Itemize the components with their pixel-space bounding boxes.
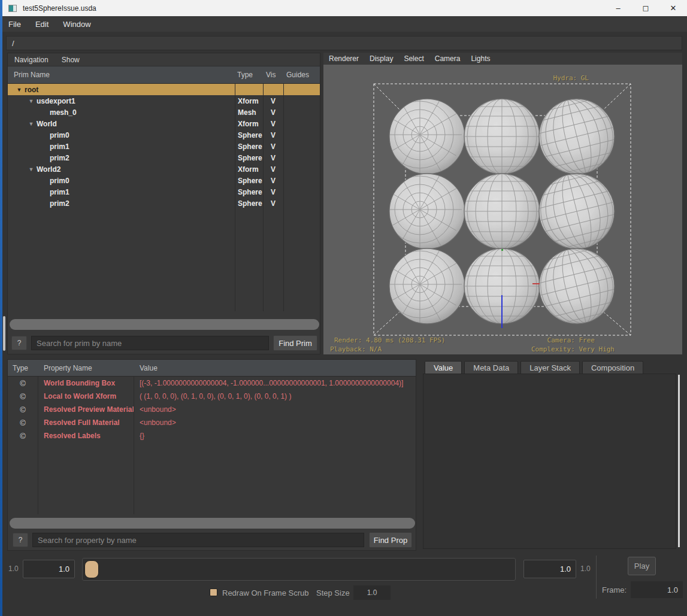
property-body: © World Bounding Box [(-3, -1.0000000000… bbox=[8, 377, 416, 442]
step-size-input[interactable] bbox=[353, 585, 391, 600]
tree-row-world[interactable]: ▼World Xform V bbox=[8, 118, 320, 129]
play-button[interactable]: Play bbox=[628, 557, 656, 575]
tab-value[interactable]: Value bbox=[425, 361, 462, 374]
expander-icon[interactable]: ▼ bbox=[26, 166, 37, 172]
prim-name: prim0 bbox=[50, 177, 69, 185]
minimize-button[interactable]: – bbox=[604, 0, 632, 16]
menu-navigation[interactable]: Navigation bbox=[8, 56, 55, 64]
frame-input[interactable] bbox=[631, 581, 683, 598]
frame-slider-handle[interactable] bbox=[84, 560, 99, 578]
column-separator bbox=[283, 84, 284, 311]
prim-vis[interactable]: V bbox=[263, 199, 283, 208]
prim-name: root bbox=[25, 86, 38, 94]
value-panel: Value Meta Data Layer Stack Composition bbox=[421, 359, 682, 551]
vertical-scrollbar-handle[interactable] bbox=[3, 316, 5, 351]
prim-name: World bbox=[37, 120, 57, 128]
col-guides[interactable]: Guides bbox=[283, 71, 309, 79]
property-row-resolved-labels[interactable]: © Resolved Labels {} bbox=[8, 429, 416, 442]
col-type[interactable]: Type bbox=[235, 71, 263, 79]
computed-attr-icon: © bbox=[8, 432, 38, 441]
expander-icon[interactable]: ▼ bbox=[14, 87, 25, 93]
prim-vis[interactable]: V bbox=[263, 188, 283, 196]
prim-name: usdexport1 bbox=[37, 97, 75, 105]
menu-camera[interactable]: Camera bbox=[429, 54, 466, 63]
col-prim-name[interactable]: Prim Name bbox=[8, 71, 235, 79]
menu-show[interactable]: Show bbox=[55, 56, 86, 64]
menu-edit[interactable]: Edit bbox=[28, 20, 56, 29]
help-button[interactable]: ? bbox=[13, 533, 28, 547]
tree-row-prim0[interactable]: prim0 Sphere V bbox=[8, 129, 320, 141]
expander-icon[interactable]: ▼ bbox=[26, 98, 37, 104]
tree-row-world2[interactable]: ▼World2 Xform V bbox=[8, 163, 320, 175]
prim-vis[interactable]: V bbox=[263, 165, 283, 174]
help-button[interactable]: ? bbox=[11, 336, 27, 350]
viewport-3d[interactable]: Hydra: GL Render: 4.80 ms (208.31 FPS) P… bbox=[323, 65, 682, 354]
expander-icon[interactable]: ▼ bbox=[26, 121, 37, 127]
find-prim-button[interactable]: Find Prim bbox=[273, 335, 317, 351]
prim-tree-panel: Navigation Show Prim Name Type Vis Guide… bbox=[7, 53, 320, 354]
tab-composition[interactable]: Composition bbox=[582, 361, 643, 374]
find-prop-button[interactable]: Find Prop bbox=[369, 532, 412, 548]
col-type[interactable]: Type bbox=[8, 364, 38, 372]
window-edge bbox=[0, 0, 2, 616]
app-icon bbox=[8, 5, 17, 12]
range-end-input[interactable] bbox=[523, 560, 576, 578]
tree-row-prim2[interactable]: prim2 Sphere V bbox=[8, 198, 320, 209]
menu-file[interactable]: File bbox=[0, 20, 28, 29]
prim-vis[interactable]: V bbox=[263, 142, 283, 151]
col-value[interactable]: Value bbox=[134, 364, 158, 372]
tree-row-root[interactable]: ▼root bbox=[8, 84, 320, 95]
prim-vis[interactable]: V bbox=[263, 97, 283, 105]
prim-path-bar[interactable]: / bbox=[6, 36, 682, 50]
value-tabs: Value Meta Data Layer Stack Composition bbox=[425, 361, 643, 374]
property-row-resolved-preview-material[interactable]: © Resolved Preview Material <unbound> bbox=[8, 403, 416, 416]
col-property-name[interactable]: Property Name bbox=[38, 364, 134, 372]
scrollbar-thumb[interactable] bbox=[10, 518, 415, 529]
tree-row-prim1[interactable]: prim1 Sphere V bbox=[8, 186, 320, 198]
redraw-checkbox[interactable] bbox=[210, 588, 217, 596]
prim-vis[interactable]: V bbox=[263, 177, 283, 185]
tree-row-mesh_0[interactable]: mesh_0 Mesh V bbox=[8, 107, 320, 118]
range-start-input[interactable] bbox=[23, 560, 75, 578]
vertical-scrollbar[interactable] bbox=[678, 375, 680, 547]
tree-header: Prim Name Type Vis Guides bbox=[8, 66, 320, 84]
prim-type: Sphere bbox=[235, 131, 263, 139]
prim-vis[interactable]: V bbox=[263, 131, 283, 139]
tree-row-prim0[interactable]: prim0 Sphere V bbox=[8, 175, 320, 186]
horizontal-scrollbar[interactable] bbox=[9, 318, 320, 330]
computed-attr-icon: © bbox=[8, 418, 38, 427]
horizontal-scrollbar[interactable] bbox=[9, 517, 416, 529]
tree-row-usdexport1[interactable]: ▼usdexport1 Xform V bbox=[8, 95, 320, 107]
tree-row-prim2[interactable]: prim2 Sphere V bbox=[8, 152, 320, 163]
frame-slider[interactable] bbox=[82, 558, 516, 581]
prim-vis[interactable]: V bbox=[263, 108, 283, 117]
property-row-local-to-world-xform[interactable]: © Local to World Xform ( (1, 0, 0, 0), (… bbox=[8, 390, 416, 403]
property-row-world-bounding-box[interactable]: © World Bounding Box [(-3, -1.0000000000… bbox=[8, 377, 416, 390]
timeline-bar: 1.0 1.0 Play Redraw On Frame Scrub Step … bbox=[0, 554, 687, 616]
value-content bbox=[423, 374, 676, 549]
prim-type: Xform bbox=[235, 165, 263, 174]
property-row-resolved-full-material[interactable]: © Resolved Full Material <unbound> bbox=[8, 416, 416, 429]
tree-row-prim1[interactable]: prim1 Sphere V bbox=[8, 141, 320, 152]
close-button[interactable]: ✕ bbox=[659, 0, 687, 16]
prim-search-input[interactable] bbox=[31, 336, 269, 350]
maximize-button[interactable]: ◻ bbox=[632, 0, 659, 16]
menu-display[interactable]: Display bbox=[364, 54, 398, 63]
menu-select[interactable]: Select bbox=[398, 54, 429, 63]
col-vis[interactable]: Vis bbox=[263, 71, 283, 79]
property-name: Resolved Labels bbox=[38, 432, 134, 440]
prim-vis[interactable]: V bbox=[263, 120, 283, 128]
prim-type: Xform bbox=[235, 120, 263, 128]
menu-window[interactable]: Window bbox=[56, 20, 98, 29]
scrollbar-thumb[interactable] bbox=[10, 319, 319, 330]
titlebar[interactable]: test5SphereIssue.usda – ◻ ✕ bbox=[0, 0, 687, 16]
z-axis-indicator bbox=[501, 249, 503, 251]
menu-renderer[interactable]: Renderer bbox=[323, 54, 364, 63]
property-search-input[interactable] bbox=[32, 533, 364, 547]
menu-lights[interactable]: Lights bbox=[465, 54, 495, 63]
tab-layer-stack[interactable]: Layer Stack bbox=[520, 361, 580, 374]
prim-name: prim2 bbox=[50, 154, 69, 162]
prim-name: prim0 bbox=[50, 131, 69, 139]
tab-meta-data[interactable]: Meta Data bbox=[464, 361, 518, 374]
prim-vis[interactable]: V bbox=[263, 154, 283, 162]
